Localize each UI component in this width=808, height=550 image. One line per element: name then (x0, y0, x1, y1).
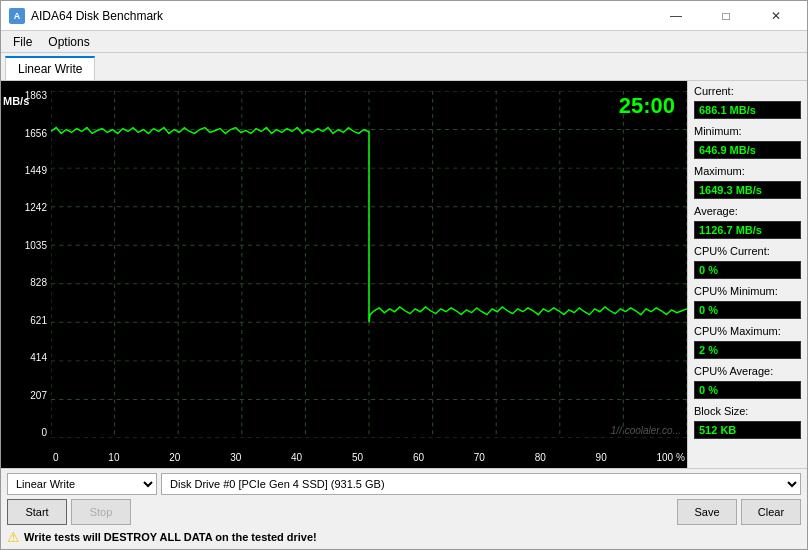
cpu-maximum-label: CPU% Maximum: (694, 325, 801, 337)
x-label-20: 20 (169, 452, 180, 463)
cpu-minimum-value: 0 % (694, 301, 801, 319)
y-label-1242: 1242 (25, 203, 47, 213)
x-label-0: 0 (53, 452, 59, 463)
tab-bar: Linear Write (1, 53, 807, 81)
maximum-label: Maximum: (694, 165, 801, 177)
x-label-80: 80 (535, 452, 546, 463)
y-label-1863: 1863 (25, 91, 47, 101)
x-label-30: 30 (230, 452, 241, 463)
window-title: AIDA64 Disk Benchmark (31, 9, 163, 23)
current-value: 686.1 MB/s (694, 101, 801, 119)
minimum-value: 646.9 MB/s (694, 141, 801, 159)
start-button[interactable]: Start (7, 499, 67, 525)
warning-icon: ⚠ (7, 529, 20, 545)
x-label-10: 10 (108, 452, 119, 463)
block-size-label: Block Size: (694, 405, 801, 417)
title-bar: A AIDA64 Disk Benchmark — □ ✕ (1, 1, 807, 31)
y-label-1656: 1656 (25, 129, 47, 139)
y-label-1035: 1035 (25, 241, 47, 251)
y-label-414: 414 (30, 353, 47, 363)
warning-row: ⚠ Write tests will DESTROY ALL DATA on t… (7, 529, 801, 545)
bottom-controls: Linear Write Linear Read Random Write Ra… (1, 468, 807, 549)
cpu-maximum-value: 2 % (694, 341, 801, 359)
average-value: 1126.7 MB/s (694, 221, 801, 239)
y-label-207: 207 (30, 391, 47, 401)
y-label-621: 621 (30, 316, 47, 326)
cpu-average-label: CPU% Average: (694, 365, 801, 377)
minimize-button[interactable]: — (653, 5, 699, 27)
cpu-current-label: CPU% Current: (694, 245, 801, 257)
maximize-button[interactable]: □ (703, 5, 749, 27)
warning-text: Write tests will DESTROY ALL DATA on the… (24, 531, 317, 543)
controls-row1: Linear Write Linear Read Random Write Ra… (7, 473, 801, 495)
y-label-0: 0 (41, 428, 47, 438)
cpu-minimum-label: CPU% Minimum: (694, 285, 801, 297)
main-window: A AIDA64 Disk Benchmark — □ ✕ File Optio… (0, 0, 808, 550)
title-bar-left: A AIDA64 Disk Benchmark (9, 8, 163, 24)
cpu-average-value: 0 % (694, 381, 801, 399)
chart-container: MB/s 0 207 414 621 828 1035 1242 1449 16… (1, 81, 687, 468)
minimum-label: Minimum: (694, 125, 801, 137)
y-label-828: 828 (30, 278, 47, 288)
stop-button[interactable]: Stop (71, 499, 131, 525)
x-label-60: 60 (413, 452, 424, 463)
menu-options[interactable]: Options (40, 33, 97, 51)
chart-svg (51, 91, 687, 438)
average-label: Average: (694, 205, 801, 217)
watermark: 1// coolaler.co... (611, 425, 681, 436)
test-select[interactable]: Linear Write Linear Read Random Write Ra… (7, 473, 157, 495)
maximum-value: 1649.3 MB/s (694, 181, 801, 199)
controls-row2: Start Stop Save Clear (7, 499, 801, 525)
app-icon: A (9, 8, 25, 24)
x-label-100: 100 % (657, 452, 685, 463)
right-panel: Current: 686.1 MB/s Minimum: 646.9 MB/s … (687, 81, 807, 468)
title-controls: — □ ✕ (653, 5, 799, 27)
x-label-50: 50 (352, 452, 363, 463)
x-label-90: 90 (596, 452, 607, 463)
main-content: MB/s 0 207 414 621 828 1035 1242 1449 16… (1, 81, 807, 468)
cpu-current-value: 0 % (694, 261, 801, 279)
tab-linear-write[interactable]: Linear Write (5, 56, 95, 80)
timer-display: 25:00 (619, 93, 675, 119)
y-axis-labels: 0 207 414 621 828 1035 1242 1449 1656 18… (1, 91, 51, 438)
x-axis-labels: 0 10 20 30 40 50 60 70 80 90 100 % (51, 452, 687, 463)
y-label-1449: 1449 (25, 166, 47, 176)
current-label: Current: (694, 85, 801, 97)
clear-button[interactable]: Clear (741, 499, 801, 525)
save-button[interactable]: Save (677, 499, 737, 525)
close-button[interactable]: ✕ (753, 5, 799, 27)
x-label-70: 70 (474, 452, 485, 463)
disk-select[interactable]: Disk Drive #0 [PCIe Gen 4 SSD] (931.5 GB… (161, 473, 801, 495)
chart-area: MB/s 0 207 414 621 828 1035 1242 1449 16… (1, 81, 687, 468)
block-size-value: 512 KB (694, 421, 801, 439)
menu-bar: File Options (1, 31, 807, 53)
x-label-40: 40 (291, 452, 302, 463)
menu-file[interactable]: File (5, 33, 40, 51)
